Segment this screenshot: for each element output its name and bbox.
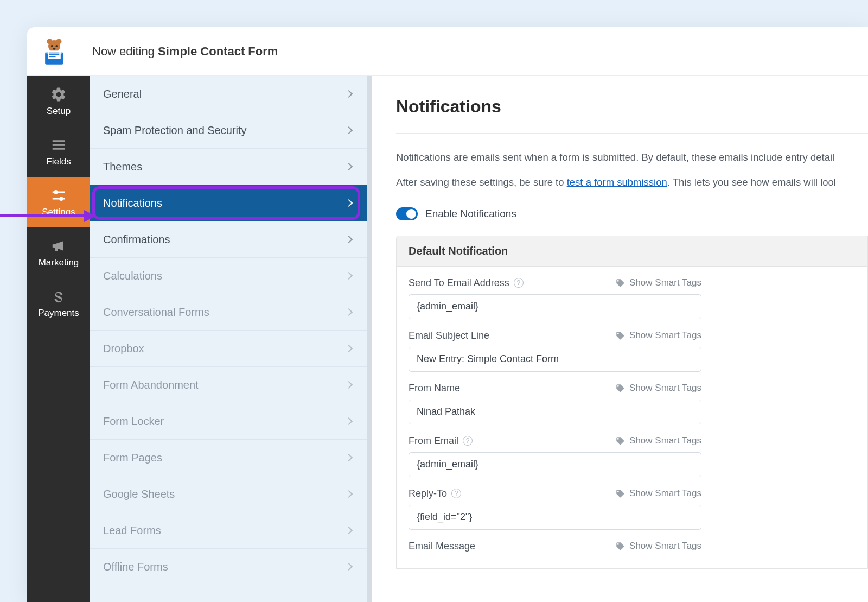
chevron-right-icon: [345, 199, 353, 207]
settings-item-calculations[interactable]: Calculations: [90, 258, 367, 294]
settings-item-label: Dropbox: [103, 343, 144, 355]
settings-item-spam-protection-and-security[interactable]: Spam Protection and Security: [90, 112, 367, 149]
settings-item-label: Form Pages: [103, 452, 162, 464]
settings-item-dropbox[interactable]: Dropbox: [90, 331, 367, 367]
list-icon: [50, 137, 67, 153]
help-icon[interactable]: ?: [451, 489, 461, 498]
settings-item-label: Google Sheets: [103, 488, 175, 500]
svg-rect-12: [53, 140, 65, 142]
svg-point-3: [51, 45, 53, 47]
svg-point-1: [47, 39, 53, 44]
rail-label: Setup: [47, 106, 71, 117]
rail-label: Marketing: [39, 257, 79, 268]
svg-rect-9: [49, 52, 60, 53]
settings-item-google-sheets[interactable]: Google Sheets: [90, 476, 367, 512]
form-name: Simple Contact Form: [158, 45, 278, 58]
topbar: Now editing Simple Contact Form: [27, 27, 868, 76]
settings-item-label: Themes: [103, 161, 142, 173]
settings-item-confirmations[interactable]: Confirmations: [90, 221, 367, 258]
page-title: Notifications: [396, 97, 868, 117]
field-input[interactable]: [409, 505, 701, 530]
enable-notifications-row: Enable Notifications: [396, 207, 868, 220]
settings-item-lead-forms[interactable]: Lead Forms: [90, 512, 367, 549]
rail-item-setup[interactable]: Setup: [27, 76, 90, 126]
panel-title: Default Notification: [397, 236, 867, 267]
rail-item-settings[interactable]: Settings: [27, 177, 90, 227]
description-1: Notifications are emails sent when a for…: [396, 150, 868, 165]
field-label: Email Message: [409, 541, 475, 552]
field-from-email: From Email?Show Smart Tags: [409, 435, 701, 477]
main-content: Notifications Notifications are emails s…: [372, 76, 868, 602]
bullhorn-icon: [50, 238, 67, 254]
show-smart-tags-button[interactable]: Show Smart Tags: [615, 383, 701, 394]
default-notification-panel: Default Notification Send To Email Addre…: [396, 236, 868, 569]
settings-item-label: Conversational Forms: [103, 306, 209, 319]
wpforms-logo: [39, 36, 69, 67]
settings-item-form-abandonment[interactable]: Form Abandonment: [90, 367, 367, 403]
show-smart-tags-button[interactable]: Show Smart Tags: [615, 277, 701, 288]
settings-item-label: Form Locker: [103, 415, 164, 428]
show-smart-tags-button[interactable]: Show Smart Tags: [615, 330, 701, 341]
chevron-right-icon: [345, 490, 353, 498]
field-label: From Name: [409, 383, 460, 394]
field-label: Send To Email Address?: [409, 277, 524, 289]
svg-point-2: [56, 39, 61, 44]
settings-item-label: Calculations: [103, 270, 162, 282]
chevron-right-icon: [345, 563, 353, 571]
settings-item-conversational-forms[interactable]: Conversational Forms: [90, 294, 367, 331]
show-smart-tags-button[interactable]: Show Smart Tags: [615, 435, 701, 446]
help-icon[interactable]: ?: [514, 278, 524, 288]
show-smart-tags-button[interactable]: Show Smart Tags: [615, 541, 701, 552]
field-input[interactable]: [409, 400, 701, 424]
settings-item-general[interactable]: General: [90, 76, 367, 112]
svg-rect-10: [49, 54, 60, 55]
test-submission-link[interactable]: test a form submission: [567, 176, 667, 188]
chevron-right-icon: [345, 417, 353, 425]
settings-item-label: Form Abandonment: [103, 379, 199, 391]
chevron-right-icon: [345, 90, 353, 98]
rail-label: Fields: [46, 156, 71, 167]
enable-notifications-label: Enable Notifications: [425, 208, 516, 220]
description-2: After saving these settings, be sure to …: [396, 175, 868, 190]
editing-prefix: Now editing: [92, 45, 158, 58]
settings-item-label: Notifications: [103, 197, 162, 210]
rail-item-marketing[interactable]: Marketing: [27, 227, 90, 278]
chevron-right-icon: [345, 236, 353, 243]
field-input[interactable]: [409, 452, 701, 477]
rail-label: Settings: [42, 207, 75, 218]
svg-point-5: [53, 48, 55, 49]
settings-item-form-locker[interactable]: Form Locker: [90, 403, 367, 440]
svg-rect-11: [49, 56, 56, 57]
settings-item-label: General: [103, 88, 142, 100]
svg-point-18: [59, 197, 63, 201]
chevron-right-icon: [345, 381, 353, 389]
field-email-subject-line: Email Subject LineShow Smart Tags: [409, 330, 701, 372]
field-input[interactable]: [409, 294, 701, 319]
rail-label: Payments: [38, 308, 79, 319]
sliders-icon: [50, 187, 67, 204]
gear-icon: [50, 86, 67, 103]
show-smart-tags-button[interactable]: Show Smart Tags: [615, 488, 701, 499]
settings-item-themes[interactable]: Themes: [90, 149, 367, 185]
settings-item-label: Spam Protection and Security: [103, 124, 247, 137]
settings-item-notifications[interactable]: Notifications: [90, 185, 367, 221]
svg-rect-14: [53, 148, 65, 150]
settings-item-offline-forms[interactable]: Offline Forms: [90, 549, 367, 585]
settings-item-form-pages[interactable]: Form Pages: [90, 440, 367, 476]
svg-point-17: [54, 190, 58, 194]
chevron-right-icon: [345, 345, 353, 352]
chevron-right-icon: [345, 272, 353, 280]
rail-item-payments[interactable]: Payments: [27, 278, 90, 328]
help-icon[interactable]: ?: [463, 436, 473, 446]
rail-item-fields[interactable]: Fields: [27, 126, 90, 177]
enable-notifications-toggle[interactable]: [396, 207, 418, 220]
chevron-right-icon: [345, 308, 353, 316]
field-label: From Email?: [409, 435, 473, 447]
settings-item-label: Lead Forms: [103, 524, 161, 537]
app-window: Now editing Simple Contact Form Setup Fi…: [27, 27, 868, 602]
field-input[interactable]: [409, 347, 701, 372]
field-label: Email Subject Line: [409, 330, 489, 341]
field-send-to-email-address: Send To Email Address?Show Smart Tags: [409, 277, 701, 319]
svg-point-4: [55, 45, 58, 47]
chevron-right-icon: [345, 163, 353, 170]
